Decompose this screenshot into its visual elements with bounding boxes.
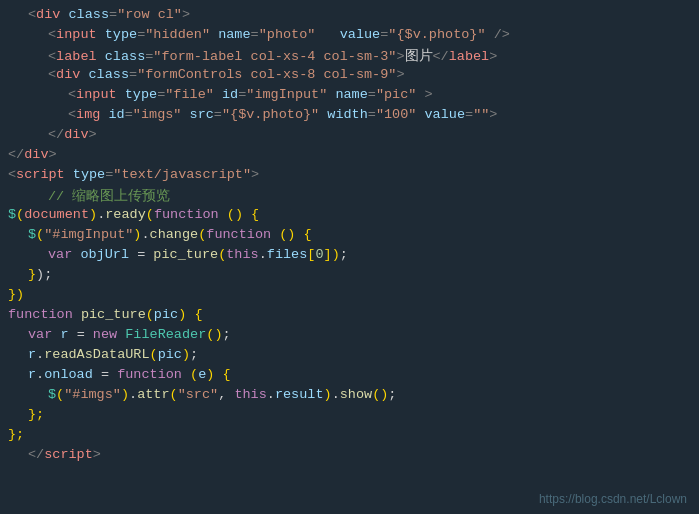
code-token: =	[368, 87, 376, 102]
code-token: <	[48, 49, 56, 64]
code-token: "photo"	[259, 27, 316, 42]
code-token: {	[194, 307, 202, 322]
code-token: id	[100, 107, 124, 122]
code-token: function	[206, 227, 271, 242]
code-line: </script>	[0, 446, 699, 466]
code-token: =	[157, 87, 165, 102]
code-token: // 缩略图上传预览	[48, 187, 170, 205]
code-line: })	[0, 286, 699, 306]
code-token: .	[267, 387, 275, 402]
code-token: >	[93, 447, 101, 462]
code-token: $	[8, 207, 16, 222]
code-token: type	[117, 87, 158, 102]
code-token: =	[93, 367, 117, 382]
code-token: =	[129, 67, 137, 82]
code-token: ()	[227, 207, 243, 222]
code-token: )	[324, 387, 332, 402]
code-token	[271, 227, 279, 242]
code-token: class	[80, 67, 129, 82]
code-token: "100"	[376, 107, 417, 122]
code-line: };	[0, 406, 699, 426]
code-line: function pic_ture(pic) {	[0, 306, 699, 326]
code-token: "row cl"	[117, 7, 182, 22]
code-token: img	[76, 107, 100, 122]
code-token: function	[117, 367, 182, 382]
code-line: r.readAsDataURL(pic);	[0, 346, 699, 366]
code-token: <	[28, 7, 36, 22]
code-token: attr	[137, 387, 169, 402]
code-token: >	[49, 147, 57, 162]
code-line: $("#imgs").attr("src", this.result).show…	[0, 386, 699, 406]
code-token: (	[146, 307, 154, 322]
code-token: =	[105, 167, 113, 182]
code-line: <div class="formControls col-xs-8 col-sm…	[0, 66, 699, 86]
code-token: <	[68, 107, 76, 122]
code-token: pic	[158, 347, 182, 362]
code-token	[486, 27, 494, 42]
code-token: =	[214, 107, 222, 122]
code-token: };	[8, 427, 24, 442]
code-token: </	[28, 447, 44, 462]
code-line: <label class="form-label col-xs-4 col-sm…	[0, 46, 699, 66]
code-token: =	[137, 27, 145, 42]
code-token: =	[69, 327, 93, 342]
code-token: r	[28, 367, 36, 382]
code-token: ""	[473, 107, 489, 122]
code-token	[72, 247, 80, 262]
code-token: ready	[105, 207, 146, 222]
code-token: (	[36, 227, 44, 242]
code-token: div	[64, 127, 88, 142]
code-token: "#imgs"	[64, 387, 121, 402]
code-token: $	[48, 387, 56, 402]
code-token: (	[198, 227, 206, 242]
code-token: document	[24, 207, 89, 222]
code-token: {	[304, 227, 312, 242]
code-token: [	[307, 247, 315, 262]
code-token: class	[97, 49, 146, 64]
code-token: ;	[388, 387, 396, 402]
code-token: =	[251, 27, 259, 42]
code-token: r	[28, 347, 36, 362]
code-token: function	[154, 207, 219, 222]
code-line: </div>	[0, 126, 699, 146]
code-token: type	[65, 167, 106, 182]
code-token: ()	[206, 327, 222, 342]
code-token: onload	[44, 367, 93, 382]
code-container: <div class="row cl"><input type="hidden"…	[0, 0, 699, 514]
code-token: >	[396, 49, 404, 64]
code-token: (	[218, 247, 226, 262]
code-line: });	[0, 266, 699, 286]
code-token: =	[465, 107, 473, 122]
code-token: var	[28, 327, 52, 342]
code-token: type	[97, 27, 138, 42]
code-token: "formControls col-xs-8 col-sm-9"	[137, 67, 396, 82]
code-token: 0	[315, 247, 323, 262]
code-token: "hidden"	[145, 27, 210, 42]
code-line: <input type="hidden" name="photo" value=…	[0, 26, 699, 46]
code-token	[214, 367, 222, 382]
code-line: <div class="row cl">	[0, 6, 699, 26]
code-token: .	[141, 227, 149, 242]
code-token: .	[129, 387, 137, 402]
code-token: (	[146, 207, 154, 222]
code-token: div	[24, 147, 48, 162]
code-token: <	[68, 87, 76, 102]
code-token: id	[214, 87, 238, 102]
code-token: div	[56, 67, 80, 82]
code-token: </	[8, 147, 24, 162]
code-token: <	[48, 27, 56, 42]
code-token: pic_ture	[81, 307, 146, 322]
code-token: FileReader	[125, 327, 206, 342]
code-token: )	[89, 207, 97, 222]
code-token: input	[76, 87, 117, 102]
code-token: (	[170, 387, 178, 402]
code-token: }	[28, 267, 36, 282]
code-token: 图片	[405, 47, 433, 65]
code-line: <script type="text/javascript">	[0, 166, 699, 186]
code-token: >	[489, 107, 497, 122]
code-token: $	[28, 227, 36, 242]
code-token: value	[340, 27, 381, 42]
code-line: $(document).ready(function () {	[0, 206, 699, 226]
code-token	[186, 307, 194, 322]
code-token: </	[433, 49, 449, 64]
